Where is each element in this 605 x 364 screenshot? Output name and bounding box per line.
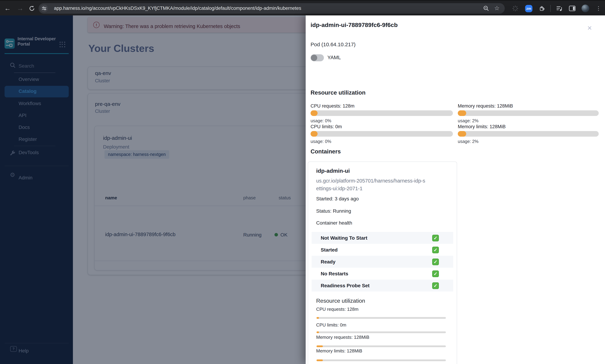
health-label: No Restarts bbox=[321, 271, 348, 276]
zoom-out-icon[interactable] bbox=[483, 5, 489, 12]
back-icon[interactable]: ← bbox=[4, 1, 11, 16]
meter-label: Memory requests: 128MiB bbox=[316, 335, 369, 340]
meter-label: CPU requests: 128m bbox=[311, 103, 355, 109]
side-panel-icon[interactable] bbox=[569, 6, 576, 11]
meter-track bbox=[458, 131, 599, 137]
pod-subtitle: Pod (10.64.10.217) bbox=[311, 41, 355, 47]
drawer-title: idp-admin-ui-7889789fc6-9f6cb bbox=[311, 22, 398, 29]
health-label: Started bbox=[321, 247, 338, 253]
meter-usage: usage: 2% bbox=[458, 118, 478, 123]
spinner-extension-icon[interactable] bbox=[512, 5, 518, 12]
health-label: Not Waiting To Start bbox=[321, 235, 367, 241]
resource-utilization-heading: Resource utilization bbox=[311, 89, 366, 96]
url-text[interactable]: app.harness.io/ng/account/vpCkHKsDSxK9_K… bbox=[54, 3, 485, 14]
profile-avatar[interactable] bbox=[581, 5, 589, 12]
yaml-toggle-label: YAML bbox=[327, 55, 341, 60]
meter-label: CPU limits: 0m bbox=[316, 322, 346, 327]
meter-label: CPU requests: 128m bbox=[316, 307, 358, 312]
meter-fill bbox=[458, 110, 466, 116]
meter-track bbox=[458, 110, 599, 116]
health-row: No Restarts ✓ bbox=[312, 268, 453, 280]
meter-fill bbox=[316, 317, 319, 319]
meter-label: Memory limits: 128MiB bbox=[458, 124, 506, 129]
url-bar[interactable]: app.harness.io/ng/account/vpCkHKsDSxK9_K… bbox=[39, 3, 505, 14]
media-controls-icon[interactable] bbox=[556, 5, 563, 12]
meter-usage: usage: 0% bbox=[311, 139, 331, 144]
health-row: Readiness Probe Set ✓ bbox=[312, 280, 453, 291]
container-status: Status: Running bbox=[316, 208, 351, 214]
container-started: Started: 3 days ago bbox=[316, 196, 359, 201]
pod-details-drawer: idp-admin-ui-7889789fc6-9f6cb ✕ Pod (10.… bbox=[306, 15, 605, 364]
health-row: Started ✓ bbox=[312, 244, 453, 256]
check-icon: ✓ bbox=[432, 282, 439, 289]
yaml-toggle[interactable] bbox=[311, 54, 324, 61]
meter-fill bbox=[316, 345, 323, 347]
meter-label: Memory limits: 128MiB bbox=[316, 348, 362, 353]
container-image: us.gcr.io/platform-205701/harness/harnes… bbox=[316, 177, 427, 192]
container-health-heading: Container health bbox=[316, 220, 352, 226]
zoom-extension-icon[interactable]: zm bbox=[525, 5, 532, 12]
meter-usage: usage: 2% bbox=[458, 139, 478, 144]
toolbar-separator bbox=[550, 5, 551, 12]
browser-menu-icon[interactable]: ⋮ bbox=[596, 1, 601, 16]
meter-fill bbox=[316, 359, 323, 361]
meter-fill bbox=[311, 110, 317, 116]
meter-track bbox=[316, 331, 446, 333]
check-icon: ✓ bbox=[432, 235, 439, 241]
screen: ← → app.harness.io/ng/account/vpCkHKsDSx… bbox=[0, 0, 605, 364]
meter-fill bbox=[311, 131, 317, 137]
containers-heading: Containers bbox=[311, 148, 341, 155]
health-label: Ready bbox=[321, 259, 335, 264]
meter-track bbox=[316, 317, 446, 319]
meter-label: Memory requests: 128MiB bbox=[458, 103, 513, 109]
check-icon: ✓ bbox=[432, 259, 439, 265]
bookmark-star-icon[interactable]: ☆ bbox=[494, 3, 500, 14]
container-name: idp-admin-ui bbox=[316, 168, 350, 174]
health-label: Readiness Probe Set bbox=[321, 283, 370, 288]
health-row: Not Waiting To Start ✓ bbox=[312, 232, 453, 244]
meter-label: CPU limits: 0m bbox=[311, 124, 342, 129]
forward-icon[interactable]: → bbox=[17, 1, 24, 16]
check-icon: ✓ bbox=[432, 271, 439, 277]
meter-track bbox=[316, 345, 446, 347]
site-settings-icon[interactable] bbox=[40, 5, 48, 12]
meter-fill bbox=[458, 131, 466, 137]
close-icon[interactable]: ✕ bbox=[587, 25, 592, 32]
reload-icon[interactable] bbox=[29, 5, 35, 12]
meter-track bbox=[311, 131, 453, 137]
toggle-knob bbox=[311, 55, 317, 61]
meter-usage: usage: 0% bbox=[311, 118, 331, 123]
meter-track bbox=[316, 359, 446, 361]
meter-track bbox=[311, 110, 453, 116]
extensions-puzzle-icon[interactable] bbox=[539, 5, 545, 12]
health-row: Ready ✓ bbox=[312, 256, 453, 268]
meter-fill bbox=[316, 331, 319, 333]
check-icon: ✓ bbox=[432, 247, 439, 253]
container-resource-heading: Resource utilization bbox=[316, 298, 365, 304]
browser-toolbar: ← → app.harness.io/ng/account/vpCkHKsDSx… bbox=[0, 0, 605, 16]
